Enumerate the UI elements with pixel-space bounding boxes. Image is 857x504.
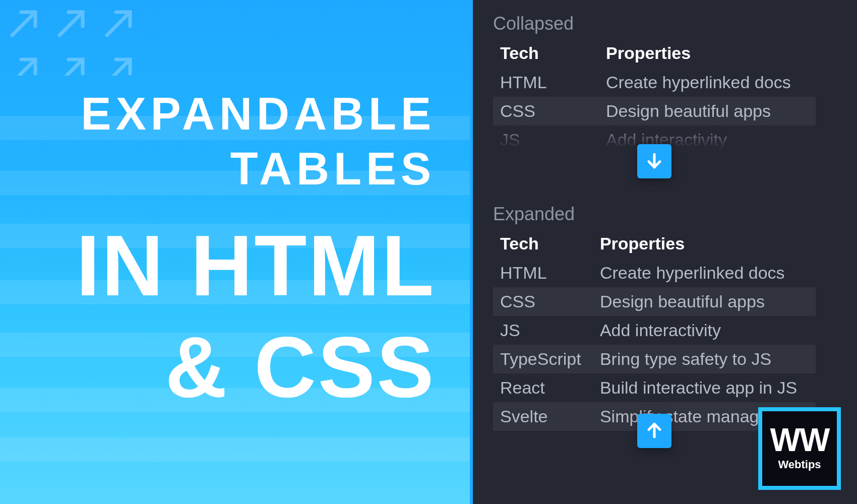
hero-line-2: TABLES [230, 142, 436, 197]
collapse-button[interactable] [637, 414, 671, 448]
webtips-logo: WW Webtips [758, 407, 841, 490]
table-row: TypeScript Bring type safety to JS [493, 345, 816, 373]
cell-prop: Add interactivity [593, 316, 816, 345]
table-row: JS Add interactivity [493, 316, 816, 345]
logo-mark: WW [770, 426, 829, 455]
table-row: CSS Design beautiful apps [493, 97, 816, 125]
logo-label: Webtips [778, 458, 821, 471]
cell-tech: JS [493, 316, 593, 345]
col-header-properties: Properties [599, 38, 816, 68]
cell-prop: Design beautiful apps [593, 287, 816, 316]
table-row: CSS Design beautiful apps [493, 287, 816, 316]
cell-tech: JS [493, 125, 599, 154]
cell-tech: HTML [493, 259, 593, 287]
collapsed-table: Tech Properties HTML Create hyperlinked … [493, 38, 816, 154]
expand-button[interactable] [637, 144, 671, 178]
table-row: React Build interactive app in JS [493, 373, 816, 402]
col-header-tech: Tech [493, 38, 599, 68]
hero-line-4: & CSS [165, 317, 436, 418]
collapsed-table-wrap: Tech Properties HTML Create hyperlinked … [493, 38, 816, 154]
cell-tech: Svelte [493, 402, 593, 431]
cell-prop: Design beautiful apps [599, 97, 816, 125]
cell-prop: Build interactive app in JS [593, 373, 816, 402]
arrow-down-icon [645, 151, 664, 172]
cell-tech: TypeScript [493, 345, 593, 373]
cell-tech: HTML [493, 68, 599, 97]
col-header-properties: Properties [593, 229, 816, 259]
cell-tech: React [493, 373, 593, 402]
cell-tech: CSS [493, 97, 599, 125]
cell-prop: Create hyperlinked docs [593, 259, 816, 287]
cell-tech: CSS [493, 287, 593, 316]
cell-prop: Create hyperlinked docs [599, 68, 816, 97]
col-header-tech: Tech [493, 229, 593, 259]
cell-prop: Bring type safety to JS [593, 345, 816, 373]
hero-line-1: EXPANDABLE [81, 87, 436, 142]
cell-prop: Add interactivity [599, 125, 816, 154]
hero-title: EXPANDABLE TABLES IN HTML & CSS [0, 0, 470, 504]
table-row: HTML Create hyperlinked docs [493, 259, 816, 287]
hero-panel: EXPANDABLE TABLES IN HTML & CSS [0, 0, 470, 504]
expanded-label: Expanded [493, 204, 816, 225]
table-row: HTML Create hyperlinked docs [493, 68, 816, 97]
expanded-table: Tech Properties HTML Create hyperlinked … [493, 229, 816, 431]
collapsed-label: Collapsed [493, 13, 837, 34]
demo-panel: Collapsed Tech Properties HTML Create hy… [470, 0, 857, 504]
arrow-up-icon [645, 421, 664, 442]
hero-line-3: IN HTML [76, 215, 436, 317]
